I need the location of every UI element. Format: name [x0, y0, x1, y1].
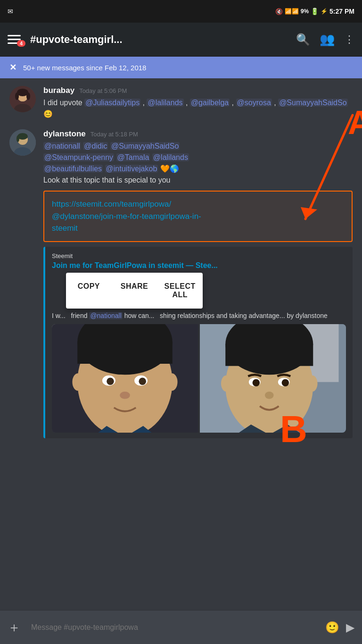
- timestamp-burabay: Today at 5:06 PM: [79, 87, 127, 94]
- channel-title: #upvote-teamgirl...: [30, 33, 287, 46]
- bottom-bar: ＋ 🙂 ▶: [0, 610, 362, 644]
- preview-title: Join me for TeamGirlPowa in steemit — St…: [52, 261, 346, 270]
- svg-point-37: [265, 392, 274, 399]
- messages-area: burabay Today at 5:06 PM I did upvote @J…: [0, 78, 362, 455]
- svg-point-39: [307, 376, 318, 392]
- svg-point-38: [221, 376, 231, 392]
- svg-point-11: [16, 135, 19, 142]
- search-icon[interactable]: 🔍: [296, 33, 310, 46]
- mention: @Tamala: [116, 153, 150, 161]
- avatar-dylanstone: [9, 129, 36, 156]
- emoji-icon[interactable]: 🙂: [325, 621, 339, 634]
- notification-badge: 4: [17, 40, 25, 47]
- mention: @soyrosa: [236, 99, 272, 107]
- status-bar: ✉ 🔇 📶📶 9% 🔋 ⚡ 5:27 PM: [0, 0, 362, 23]
- face-photo-left: [52, 324, 198, 433]
- avatar-image: [9, 86, 36, 112]
- svg-rect-19: [77, 342, 173, 364]
- mention: @lalilands: [147, 99, 183, 107]
- select-all-button[interactable]: SELECT ALL: [157, 277, 203, 304]
- signal-icons: 📶📶: [285, 8, 299, 15]
- svg-point-24: [120, 392, 130, 399]
- top-nav: 4 #upvote-teamgirl... 🔍 👥 ⋮: [0, 23, 362, 57]
- username-burabay: burabay: [43, 86, 74, 95]
- message-text-dylanstone-mentions: @nationall @didic @SumayyahSaidSo @Steam…: [43, 141, 353, 186]
- avatar-burabay: [9, 86, 36, 112]
- svg-point-25: [72, 373, 84, 391]
- timestamp-dylanstone: Today at 5:18 PM: [90, 131, 138, 138]
- mention: @SumayyahSaidSo: [278, 99, 347, 107]
- share-button[interactable]: SHARE: [112, 277, 157, 304]
- close-new-messages[interactable]: ✕: [9, 62, 16, 73]
- face-photo-right: [200, 324, 346, 433]
- svg-point-36: [282, 379, 289, 387]
- svg-point-6: [26, 92, 30, 100]
- face-left-svg: [52, 324, 198, 433]
- link-preview: Steemit Join me for TeamGirlPowa in stee…: [43, 247, 353, 439]
- annotation-a-area: A https://steemit.com/teamgirlpowa/ @dyl…: [43, 191, 353, 242]
- message-group-burabay: burabay Today at 5:06 PM I did upvote @J…: [9, 86, 353, 120]
- image-strip: [52, 324, 346, 433]
- clock: 5:27 PM: [329, 8, 354, 15]
- svg-point-5: [15, 92, 19, 100]
- mention: @Steampunk-penny: [43, 153, 114, 161]
- username-dylanstone: dylanstone: [43, 129, 86, 139]
- svg-rect-32: [225, 344, 313, 366]
- add-attachment-icon[interactable]: ＋: [8, 619, 21, 636]
- gmail-icon: ✉: [8, 8, 13, 15]
- more-options-icon[interactable]: ⋮: [344, 33, 354, 46]
- battery-icon: 🔋: [311, 8, 319, 15]
- svg-point-26: [166, 373, 178, 391]
- preview-source: Steemit: [52, 252, 346, 259]
- message-input[interactable]: [27, 623, 319, 632]
- message-content-dylanstone: dylanstone Today at 5:18 PM @nationall @…: [43, 129, 353, 438]
- message-body-text: Look at this topic that is special to yo…: [43, 176, 170, 184]
- volume-icon: 🔇: [275, 8, 283, 15]
- mention: @nationall: [89, 312, 122, 319]
- mention: @intuitivejakob: [105, 165, 158, 173]
- mention: @Juliasdailytips: [84, 99, 140, 107]
- message-group-dylanstone: dylanstone Today at 5:18 PM @nationall @…: [9, 129, 353, 438]
- svg-point-22: [107, 378, 114, 385]
- mention: @didic: [83, 142, 108, 150]
- hamburger-menu[interactable]: 4: [8, 35, 21, 44]
- new-messages-text: 50+ new messages since Feb 12, 2018: [23, 64, 146, 72]
- message-header-burabay: burabay Today at 5:06 PM: [43, 86, 353, 95]
- message-header-dylanstone: dylanstone Today at 5:18 PM: [43, 129, 353, 139]
- message-content-burabay: burabay Today at 5:06 PM I did upvote @J…: [43, 86, 353, 120]
- mention: @lalilands: [152, 153, 189, 161]
- mention: @nationall: [43, 142, 81, 150]
- link-box[interactable]: https://steemit.com/teamgirlpowa/ @dylan…: [43, 191, 353, 242]
- avatar-image-dylanstone: [9, 129, 36, 156]
- members-icon[interactable]: 👥: [320, 32, 335, 47]
- image-strip-container: B: [52, 324, 346, 433]
- status-left: ✉: [8, 8, 13, 15]
- link-text[interactable]: https://steemit.com/teamgirlpowa/ @dylan…: [52, 200, 201, 233]
- mention: @beautifulbullies: [43, 165, 103, 173]
- context-menu: COPY SHARE SELECT ALL: [66, 273, 203, 309]
- battery-percent: 9%: [301, 8, 309, 15]
- new-messages-bar: ✕ 50+ new messages since Feb 12, 2018: [0, 57, 362, 78]
- send-icon[interactable]: ▶: [346, 621, 354, 634]
- mention: @SumayyahSaidSo: [110, 142, 180, 150]
- svg-point-23: [139, 378, 146, 385]
- face-right-svg: [200, 324, 346, 433]
- copy-button[interactable]: COPY: [66, 277, 112, 304]
- message-text-burabay: I did upvote @Juliasdailytips , @lalilan…: [43, 97, 353, 120]
- hamburger-line: [8, 35, 21, 36]
- preview-desc: I w... friend @nationall how can... shin…: [52, 311, 346, 321]
- mention: @gailbelga: [190, 99, 230, 107]
- svg-point-35: [253, 379, 260, 387]
- status-right: 🔇 📶📶 9% 🔋 ⚡ 5:27 PM: [275, 8, 354, 15]
- bolt-icon: ⚡: [321, 8, 328, 15]
